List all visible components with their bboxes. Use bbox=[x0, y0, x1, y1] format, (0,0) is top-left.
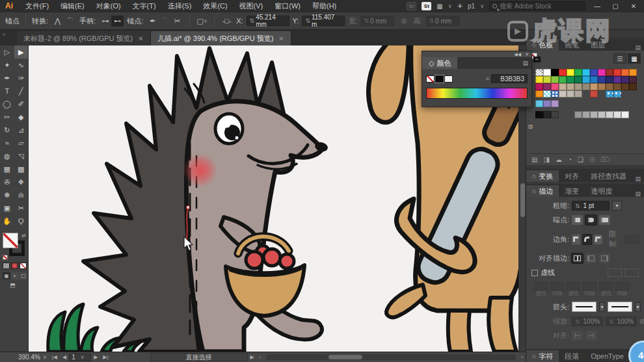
share-icon[interactable]: ✈ bbox=[457, 3, 463, 10]
tab-transform-2[interactable]: 路径查找器 bbox=[585, 170, 632, 182]
new-swatch-icon[interactable]: ⊞ bbox=[589, 156, 595, 163]
workspace-switcher[interactable]: p1 bbox=[468, 3, 475, 10]
new-color-group-icon[interactable]: ❑ bbox=[578, 156, 584, 163]
anchor-point-display-icon[interactable]: -□- bbox=[221, 16, 233, 27]
type-tool[interactable]: T bbox=[0, 84, 14, 97]
swatch-2-5[interactable] bbox=[574, 83, 582, 90]
first-artboard-icon[interactable]: |◀ bbox=[52, 354, 57, 360]
free-transform-tool[interactable]: ▱ bbox=[14, 136, 29, 149]
color-themes-icon[interactable]: ☁ bbox=[556, 156, 562, 163]
swatch-libraries-icon[interactable]: ▤ bbox=[531, 156, 537, 163]
mesh-tool[interactable]: ▦ bbox=[0, 162, 14, 175]
swatch-5-7[interactable] bbox=[590, 111, 598, 118]
swatch-1-8[interactable] bbox=[598, 76, 606, 83]
dash-align-icon[interactable] bbox=[624, 268, 639, 277]
collapse-icon[interactable]: ◇ bbox=[532, 188, 536, 194]
swatch-1-4[interactable] bbox=[567, 76, 574, 83]
menu-item-7[interactable]: 窗口(W) bbox=[275, 2, 301, 10]
artboard-field[interactable]: 1∨ bbox=[69, 354, 91, 361]
symbol-sprayer-tool[interactable]: ❋ bbox=[0, 188, 14, 201]
menu-item-1[interactable]: 编辑(E) bbox=[60, 2, 85, 10]
stock-search-box[interactable] bbox=[489, 1, 585, 10]
hex-field[interactable]: B3B3B3 bbox=[491, 74, 528, 83]
swatch-0-9[interactable] bbox=[606, 69, 613, 76]
draw-inside-icon[interactable]: ▢ bbox=[20, 272, 27, 279]
align-stroke-outside-button[interactable] bbox=[599, 253, 610, 263]
close-button[interactable]: ✕ bbox=[627, 3, 640, 10]
swatch-4-1[interactable] bbox=[543, 100, 551, 107]
arrow-end-chevron-icon[interactable]: ▼ bbox=[635, 302, 641, 312]
gradient-button[interactable] bbox=[11, 263, 18, 269]
tab-stroke-2[interactable]: 透明度 bbox=[585, 185, 618, 197]
delete-swatch-icon[interactable]: ⌦ bbox=[600, 156, 610, 163]
close-tab-icon[interactable]: ✕ bbox=[138, 35, 143, 42]
width-tool[interactable]: ≈ bbox=[0, 136, 14, 149]
arrow-start-dropdown[interactable] bbox=[572, 302, 597, 312]
magic-wand-tool[interactable]: ✦ bbox=[0, 58, 14, 71]
stroke-weight-field[interactable]: ⇅1 pt bbox=[572, 201, 610, 211]
swatch-2-1[interactable] bbox=[543, 83, 551, 90]
swatch-1-0[interactable] bbox=[535, 76, 543, 83]
tab-type-0[interactable]: ◇字符 bbox=[526, 350, 559, 362]
swatch-0-12[interactable] bbox=[629, 69, 637, 76]
none-button[interactable] bbox=[20, 263, 27, 269]
arrow-end-dropdown[interactable] bbox=[608, 302, 632, 312]
fill-stroke-control[interactable]: ⇄ bbox=[3, 233, 26, 260]
collapse-icon[interactable]: ◇ bbox=[532, 174, 536, 179]
dog-leg-front[interactable] bbox=[448, 311, 471, 352]
swatch-1-9[interactable] bbox=[606, 76, 613, 83]
zoom-level[interactable]: 390.4% bbox=[18, 354, 40, 361]
convert-to-corner-icon[interactable]: ⋀ bbox=[51, 16, 64, 27]
gradient-tool[interactable]: ▩ bbox=[14, 162, 29, 175]
swatch-3-5[interactable] bbox=[574, 90, 582, 97]
app-logo[interactable]: Ai bbox=[5, 1, 13, 10]
swatch-2-4[interactable] bbox=[567, 83, 574, 90]
status-flyout-icon[interactable]: ▶ bbox=[250, 354, 254, 360]
menu-item-2[interactable]: 对象(O) bbox=[96, 2, 121, 10]
swap-fill-stroke-icon[interactable]: ⇄ bbox=[21, 233, 26, 239]
tab-transform-0[interactable]: ◇变换 bbox=[526, 170, 559, 182]
scale-tool[interactable]: ⊿ bbox=[14, 123, 29, 136]
weight-dropdown-icon[interactable]: ▼ bbox=[612, 201, 622, 211]
align-stroke-center-button[interactable] bbox=[572, 253, 583, 263]
color-group-folder-icon[interactable]: ▨ bbox=[528, 123, 533, 129]
swatch-5-0[interactable] bbox=[535, 111, 543, 118]
screen-mode-icon[interactable]: ⬒ bbox=[10, 282, 16, 289]
direct-selection-tool[interactable]: ▶ bbox=[14, 45, 29, 58]
collapse-panel-icon[interactable]: ◀◀ bbox=[514, 52, 521, 57]
blend-tool[interactable]: ❖ bbox=[14, 175, 29, 188]
projecting-cap-button[interactable] bbox=[599, 215, 610, 225]
hide-handles-icon[interactable]: ⊷ bbox=[111, 16, 124, 27]
arrow-start-chevron-icon[interactable]: ▼ bbox=[599, 302, 605, 312]
curvature-tool[interactable]: ✑ bbox=[14, 71, 29, 84]
rotate-tool[interactable]: ↻ bbox=[0, 123, 14, 136]
color-spectrum[interactable] bbox=[426, 88, 528, 99]
swatch-2-9[interactable] bbox=[606, 83, 613, 90]
swatch-2-2[interactable] bbox=[551, 83, 559, 90]
swatch-4-2[interactable] bbox=[551, 100, 559, 107]
arrange-documents-icon[interactable]: ▦ bbox=[436, 3, 442, 10]
tab-type-1[interactable]: 段落 bbox=[559, 350, 585, 362]
hedgehog-character[interactable] bbox=[83, 48, 329, 352]
swatch-1-11[interactable] bbox=[621, 76, 629, 83]
limit-field[interactable] bbox=[624, 235, 639, 244]
artboard-tool[interactable]: ▣ bbox=[0, 201, 14, 214]
dashed-line-checkbox[interactable] bbox=[531, 270, 538, 276]
round-join-button[interactable] bbox=[583, 235, 591, 244]
lasso-tool[interactable]: ∿ bbox=[14, 58, 29, 71]
fill-indicator[interactable] bbox=[3, 233, 18, 248]
collapse-icon[interactable]: ◇ bbox=[532, 42, 536, 48]
round-cap-button[interactable] bbox=[585, 215, 597, 225]
swatch-5-11[interactable] bbox=[621, 111, 629, 118]
shaper-tool[interactable]: ✏ bbox=[0, 110, 14, 123]
swatch-5-10[interactable] bbox=[613, 111, 621, 118]
eyedropper-tool[interactable]: ✇ bbox=[0, 175, 14, 188]
swatch-kinds-icon[interactable]: ◨ bbox=[543, 156, 549, 163]
next-artboard-icon[interactable]: ▶ bbox=[94, 354, 98, 360]
swatch-0-8[interactable] bbox=[598, 69, 606, 76]
grid-view-icon[interactable]: ▦ bbox=[628, 53, 641, 64]
menu-item-8[interactable]: 帮助(H) bbox=[312, 2, 336, 10]
swatch-2-6[interactable] bbox=[582, 83, 590, 90]
swatch-2-0[interactable] bbox=[535, 83, 543, 90]
horizontal-scrollbar-thumb[interactable] bbox=[329, 355, 362, 359]
